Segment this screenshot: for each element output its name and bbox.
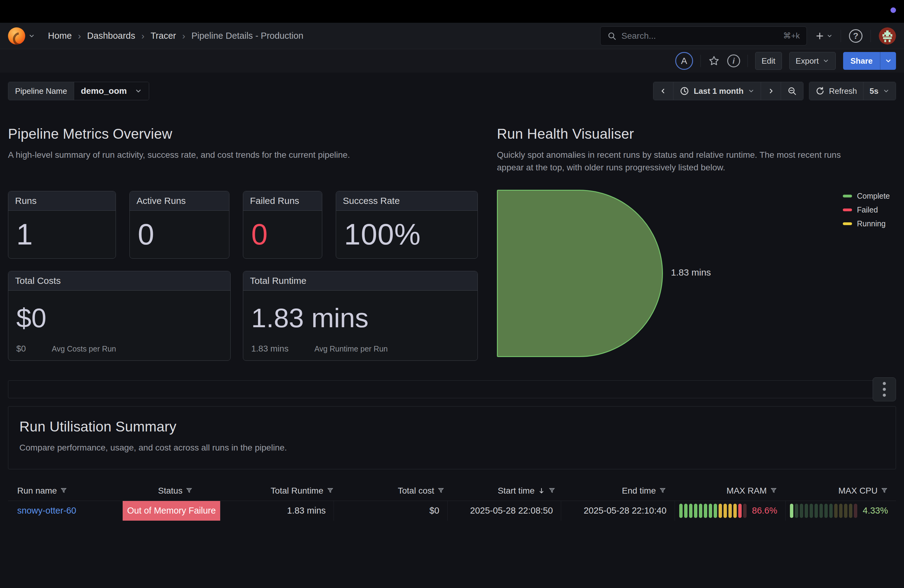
divider	[700, 55, 701, 67]
max-ram-gauge	[679, 504, 747, 518]
share-dropdown-button[interactable]	[880, 52, 896, 70]
breadcrumb-tracer[interactable]: Tracer	[151, 31, 176, 41]
table-row: snowy-otter-60 Out of Memory Failure 1.8…	[8, 501, 896, 521]
refresh-interval-select[interactable]: 5s	[863, 82, 896, 100]
filter-icon[interactable]	[770, 487, 777, 495]
panel-menu-button[interactable]	[872, 377, 896, 401]
stat-panel-active-runs[interactable]: Active Runs 0	[130, 191, 229, 259]
stat-value: 0	[138, 217, 154, 251]
refresh-button[interactable]: Refresh	[809, 82, 863, 100]
zoom-out-icon	[787, 86, 797, 96]
help-button[interactable]: ?	[849, 29, 863, 43]
time-shift-back-button[interactable]	[653, 82, 673, 100]
stat-title: Success Rate	[336, 191, 477, 211]
column-header-max-ram[interactable]: MAX RAM	[674, 486, 785, 496]
column-header-start-time[interactable]: Start time	[453, 486, 564, 496]
stat-panel-success-rate[interactable]: Success Rate 100%	[336, 191, 478, 259]
run-health-description: Quickly spot anomalies in recent runs by…	[497, 149, 860, 174]
recording-indicator-dot	[890, 7, 896, 13]
column-header-run-name[interactable]: Run name	[8, 486, 120, 496]
filter-icon[interactable]	[437, 487, 445, 495]
kebab-dot	[883, 394, 886, 397]
run-health-chart: 1.83 mins Complete Failed Running	[497, 190, 896, 362]
column-header-end-time[interactable]: End time	[564, 486, 675, 496]
refresh-icon	[815, 87, 825, 96]
navbar-right: Search... ⌘+k ?	[600, 27, 896, 46]
stat-panels-row: Runs 1 Active Runs 0 Failed Runs 0 Succe…	[8, 191, 478, 259]
column-header-total-runtime[interactable]: Total Runtime	[231, 486, 342, 496]
utilisation-title: Run Utilisation Summary	[19, 418, 885, 435]
breadcrumb-dashboards[interactable]: Dashboards	[87, 31, 135, 41]
time-range-picker-button[interactable]: Last 1 month	[673, 82, 761, 100]
edit-button[interactable]: Edit	[755, 52, 782, 70]
time-range-group: Last 1 month	[653, 82, 803, 100]
total-costs-panel[interactable]: Total Costs $0 $0 Avg Costs per Run	[8, 271, 231, 361]
filter-icon[interactable]	[185, 487, 193, 495]
breadcrumb-home[interactable]: Home	[48, 31, 72, 41]
export-button[interactable]: Export	[789, 52, 836, 70]
filter-icon[interactable]	[880, 487, 888, 495]
chart-legend: Complete Failed Running	[843, 191, 890, 228]
share-button[interactable]: Share	[843, 52, 880, 70]
runtime-bar[interactable]	[497, 190, 663, 357]
legend-item-running[interactable]: Running	[843, 219, 890, 228]
add-new-button[interactable]	[815, 31, 833, 41]
stat-title: Runs	[8, 191, 115, 211]
divider	[841, 30, 841, 42]
end-time-cell: 2025-05-28 22:10:40	[561, 501, 675, 521]
chevron-down-icon	[885, 57, 892, 65]
zoom-out-time-button[interactable]	[781, 82, 803, 100]
stat-title: Active Runs	[130, 191, 229, 211]
avg-cost-value: $0	[16, 344, 26, 354]
total-cost-cell: $0	[334, 501, 447, 521]
export-label: Export	[796, 56, 819, 66]
filter-icon[interactable]	[327, 487, 334, 495]
user-avatar[interactable]	[879, 27, 896, 44]
navbar: Home › Dashboards › Tracer › Pipeline De…	[0, 23, 904, 49]
max-cpu-gauge	[790, 504, 857, 518]
total-runtime-cell: 1.83 mins	[220, 501, 334, 521]
avatar-pixel-art	[879, 27, 896, 44]
filter-icon[interactable]	[548, 487, 556, 495]
legend-item-complete[interactable]: Complete	[843, 191, 890, 201]
breadcrumb-separator: ›	[141, 31, 144, 41]
stat-panel-runs[interactable]: Runs 1	[8, 191, 116, 259]
avg-cost-label: Avg Costs per Run	[52, 345, 116, 353]
sort-desc-icon[interactable]	[538, 487, 545, 495]
search-icon	[607, 32, 616, 41]
dashboard-info-button[interactable]: i	[727, 54, 740, 67]
filter-icon[interactable]	[60, 487, 67, 495]
chevron-down-icon	[883, 88, 890, 95]
max-cpu-value: 4.33%	[863, 506, 888, 516]
favorite-star-button[interactable]	[708, 55, 720, 67]
utilisation-description: Compare performance, usage, and cost acr…	[19, 442, 885, 454]
pipeline-name-value: demo_oom	[81, 86, 127, 96]
column-header-status[interactable]: Status	[120, 486, 231, 496]
chevron-left-icon	[659, 87, 667, 95]
time-shift-forward-button[interactable]	[761, 82, 781, 100]
run-name-link[interactable]: snowy-otter-60	[17, 506, 76, 516]
stat-value: 1	[16, 217, 33, 251]
column-header-total-cost[interactable]: Total cost	[342, 486, 453, 496]
share-split-button[interactable]: Share	[843, 52, 896, 70]
total-runtime-panel[interactable]: Total Runtime 1.83 mins 1.83 mins Avg Ru…	[243, 271, 478, 361]
stat-panel-failed-runs[interactable]: Failed Runs 0	[243, 191, 322, 259]
run-name-cell: snowy-otter-60	[8, 501, 123, 521]
pipeline-metrics-panel: Pipeline Metrics Overview A high-level s…	[8, 125, 478, 362]
breadcrumb-current-page: Pipeline Details - Production	[191, 31, 303, 41]
breadcrumb-separator: ›	[78, 31, 81, 41]
legend-item-failed[interactable]: Failed	[843, 205, 890, 214]
filter-icon[interactable]	[659, 487, 666, 495]
grafana-logo-button[interactable]	[8, 27, 35, 44]
start-time-cell: 2025-05-28 22:08:50	[448, 501, 561, 521]
collapsed-panel-row	[8, 377, 896, 402]
pipeline-name-select[interactable]: demo_oom	[74, 82, 149, 100]
chevron-down-icon	[748, 88, 755, 95]
collapsed-panel-strip	[8, 381, 896, 398]
profile-a-badge-button[interactable]: A	[675, 52, 693, 70]
search-input[interactable]: Search... ⌘+k	[600, 27, 807, 46]
stat-value: 100%	[344, 217, 421, 251]
dashboard-content: Pipeline Metrics Overview A high-level s…	[0, 125, 904, 521]
column-header-max-cpu[interactable]: MAX CPU	[785, 486, 896, 496]
metrics-description: A high-level summary of run activity, su…	[8, 149, 478, 161]
